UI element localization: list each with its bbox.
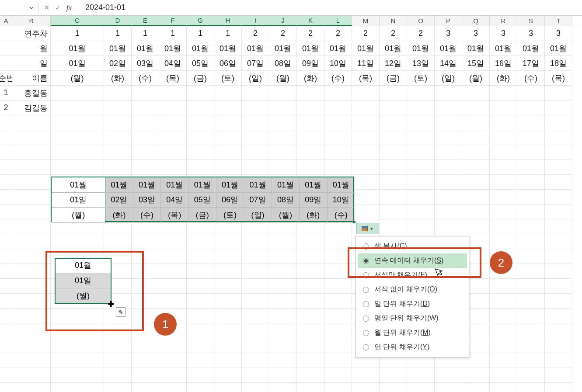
row-label[interactable]: 월 bbox=[12, 41, 51, 56]
name-box[interactable] bbox=[0, 0, 26, 16]
cell[interactable] bbox=[0, 205, 12, 219]
cell[interactable] bbox=[132, 368, 159, 383]
cell[interactable] bbox=[242, 383, 269, 392]
data-cell[interactable]: 01월 bbox=[104, 41, 132, 56]
cell[interactable] bbox=[269, 249, 297, 264]
cell[interactable] bbox=[159, 323, 187, 338]
cell[interactable] bbox=[132, 383, 159, 392]
cell[interactable] bbox=[490, 175, 517, 190]
cell[interactable] bbox=[187, 368, 214, 383]
column-header-E[interactable]: E bbox=[132, 16, 159, 26]
data-cell[interactable]: 09일 bbox=[297, 56, 324, 71]
cell[interactable] bbox=[187, 264, 214, 279]
cell[interactable] bbox=[324, 219, 352, 234]
data-cell[interactable]: 2 bbox=[269, 26, 297, 41]
row-label-a[interactable]: 순번 bbox=[0, 71, 12, 86]
cell[interactable] bbox=[187, 383, 214, 392]
data-cell[interactable]: 16일 bbox=[490, 56, 517, 71]
cell[interactable] bbox=[187, 309, 214, 323]
data-cell[interactable]: 3 bbox=[462, 26, 490, 41]
cell[interactable] bbox=[297, 205, 324, 219]
cell[interactable] bbox=[517, 115, 545, 130]
cell[interactable] bbox=[435, 383, 462, 392]
data-cell[interactable]: 1 bbox=[214, 26, 242, 41]
cell[interactable] bbox=[51, 175, 104, 190]
data-cell[interactable]: (목) bbox=[352, 71, 380, 86]
cell[interactable] bbox=[214, 219, 242, 234]
cell[interactable] bbox=[324, 115, 352, 130]
cell[interactable] bbox=[407, 368, 435, 383]
cell[interactable] bbox=[435, 130, 462, 145]
cell[interactable] bbox=[545, 160, 572, 175]
data-cell[interactable]: 3 bbox=[490, 26, 517, 41]
data-cell[interactable]: 15일 bbox=[462, 56, 490, 71]
cell[interactable] bbox=[380, 383, 407, 392]
cell[interactable] bbox=[269, 264, 297, 279]
data-cell[interactable]: 01월 bbox=[490, 41, 517, 56]
cell[interactable] bbox=[51, 323, 104, 338]
data-cell[interactable]: 18일 bbox=[545, 56, 572, 71]
empty-cell[interactable] bbox=[104, 86, 132, 101]
cell[interactable] bbox=[462, 383, 490, 392]
data-cell[interactable]: 01월 bbox=[132, 41, 159, 56]
cell[interactable] bbox=[490, 219, 517, 234]
cell[interactable] bbox=[407, 205, 435, 219]
cell[interactable] bbox=[187, 160, 214, 175]
cell[interactable] bbox=[159, 338, 187, 353]
cell[interactable] bbox=[324, 175, 352, 190]
cell[interactable] bbox=[12, 190, 51, 205]
column-header-C[interactable]: C bbox=[51, 16, 104, 26]
autofill-menu-item[interactable]: 평일 단위 채우기(W) bbox=[358, 311, 467, 326]
cell[interactable] bbox=[0, 264, 12, 279]
cell[interactable] bbox=[0, 323, 12, 338]
data-cell[interactable]: 2 bbox=[352, 26, 380, 41]
data-cell[interactable]: 2 bbox=[380, 26, 407, 41]
data-cell[interactable]: 01월 bbox=[380, 41, 407, 56]
column-header-O[interactable]: O bbox=[407, 16, 435, 26]
column-header-F[interactable]: F bbox=[159, 16, 187, 26]
cell[interactable] bbox=[187, 145, 214, 160]
cell[interactable] bbox=[545, 264, 572, 279]
cell[interactable] bbox=[214, 190, 242, 205]
data-cell[interactable]: (수) bbox=[517, 71, 545, 86]
cell[interactable] bbox=[187, 279, 214, 294]
cell[interactable] bbox=[324, 160, 352, 175]
cell[interactable] bbox=[545, 323, 572, 338]
cell[interactable] bbox=[0, 175, 12, 190]
cell[interactable] bbox=[324, 309, 352, 323]
cell[interactable] bbox=[104, 219, 132, 234]
empty-cell[interactable] bbox=[269, 101, 297, 115]
cell[interactable] bbox=[104, 115, 132, 130]
cell[interactable] bbox=[462, 190, 490, 205]
row-label[interactable]: 연주차 bbox=[12, 26, 51, 41]
cell[interactable] bbox=[269, 279, 297, 294]
cell[interactable] bbox=[297, 279, 324, 294]
cell[interactable] bbox=[104, 175, 132, 190]
cell[interactable] bbox=[407, 190, 435, 205]
cell[interactable] bbox=[132, 264, 159, 279]
cell[interactable] bbox=[0, 383, 12, 392]
cell[interactable] bbox=[462, 130, 490, 145]
empty-cell[interactable] bbox=[297, 101, 324, 115]
cell[interactable] bbox=[12, 160, 51, 175]
cell[interactable] bbox=[12, 323, 51, 338]
cell[interactable] bbox=[517, 219, 545, 234]
empty-cell[interactable] bbox=[407, 101, 435, 115]
cell[interactable] bbox=[104, 130, 132, 145]
cell[interactable] bbox=[517, 249, 545, 264]
cell[interactable] bbox=[51, 190, 104, 205]
cell[interactable] bbox=[159, 249, 187, 264]
data-cell[interactable]: 01월 bbox=[462, 41, 490, 56]
column-header-H[interactable]: H bbox=[214, 16, 242, 26]
cell[interactable] bbox=[352, 368, 380, 383]
cell[interactable] bbox=[51, 145, 104, 160]
seq-cell[interactable]: 1 bbox=[0, 86, 12, 101]
cell[interactable] bbox=[132, 309, 159, 323]
cell[interactable] bbox=[242, 234, 269, 249]
cell[interactable] bbox=[297, 323, 324, 338]
cell[interactable] bbox=[545, 190, 572, 205]
cell[interactable] bbox=[159, 353, 187, 368]
autofill-options-button[interactable]: ▼ bbox=[356, 223, 379, 234]
cell[interactable] bbox=[187, 205, 214, 219]
cell[interactable] bbox=[0, 234, 12, 249]
